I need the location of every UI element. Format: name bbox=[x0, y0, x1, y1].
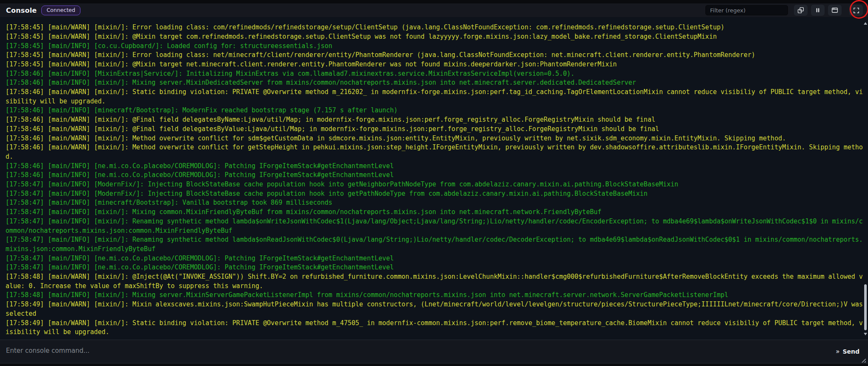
pause-icon bbox=[814, 7, 821, 14]
topbar: Console Connected bbox=[0, 3, 868, 17]
log-line: [17:58:46] [main/INFO] [mixin/]: Mixing … bbox=[6, 78, 863, 88]
log-line: [17:58:47] [main/INFO] [mixin/]: Renamin… bbox=[6, 235, 863, 254]
log-line: [17:58:47] [main/INFO] [ModernFix/]: Inj… bbox=[6, 180, 863, 189]
log-line: [17:58:45] [main/WARN] [mixin/]: @Mixin … bbox=[6, 32, 863, 42]
log-line: [17:58:45] [main/WARN] [mixin/]: @Mixin … bbox=[6, 60, 863, 69]
status-badge: Connected bbox=[41, 6, 80, 15]
log-line: [17:58:46] [main/INFO] [ne.mi.co.Co.plac… bbox=[6, 162, 863, 171]
log-line: [17:58:47] [main/INFO] [minecraft/Bootst… bbox=[6, 198, 863, 208]
log-line: [17:58:46] [main/INFO] [minecraft/Bootst… bbox=[6, 106, 863, 115]
fullscreen-button[interactable] bbox=[849, 5, 863, 16]
log-line: [17:58:46] [main/INFO] [ne.mi.co.Co.plac… bbox=[6, 171, 863, 180]
pause-scroll-button[interactable] bbox=[811, 5, 825, 16]
log-line: [17:58:48] [main/WARN] [mixin/]: @Inject… bbox=[6, 272, 863, 291]
log-line: [17:58:49] [main/WARN] [mixin/]: Static … bbox=[6, 319, 863, 337]
log-line: [17:58:46] [main/WARN] [mixin/]: @Final … bbox=[6, 115, 863, 125]
copy-logs-button[interactable] bbox=[794, 5, 808, 16]
scrollbar-thumb[interactable] bbox=[864, 284, 867, 330]
window-icon bbox=[831, 6, 839, 14]
log-line: [17:58:47] [main/INFO] [ModernFix/]: Inj… bbox=[6, 189, 863, 199]
page-title: Console bbox=[6, 6, 37, 14]
send-chevrons-icon: » bbox=[836, 349, 839, 355]
log-line: [17:58:47] [main/INFO] [mixin/]: Mixing … bbox=[6, 208, 863, 217]
log-line: [17:58:46] [main/WARN] [mixin/]: Method … bbox=[6, 143, 863, 161]
log-line: [17:58:46] [main/INFO] [MixinExtras|Serv… bbox=[6, 69, 863, 79]
log-line: [17:58:47] [main/INFO] [ne.mi.co.Co.plac… bbox=[6, 254, 863, 263]
command-bar: » Send bbox=[0, 340, 868, 363]
scrollbar-down-arrow-icon[interactable] bbox=[864, 333, 867, 335]
log-line: [17:58:48] [main/INFO] [mixin/]: Mixing … bbox=[6, 291, 863, 300]
command-input[interactable] bbox=[6, 347, 830, 356]
filter-input[interactable] bbox=[705, 5, 788, 15]
send-button[interactable]: » Send bbox=[836, 348, 859, 355]
topbar-actions bbox=[705, 5, 864, 16]
send-button-label: Send bbox=[842, 348, 859, 355]
console-log[interactable]: [17:58:45] [main/WARN] [mixin/]: Error l… bbox=[0, 17, 868, 340]
copy-icon bbox=[797, 6, 805, 14]
console-panel: Console Connected bbox=[0, 0, 868, 366]
log-line: [17:58:46] [main/WARN] [mixin/]: Static … bbox=[6, 88, 863, 106]
log-line: [17:58:45] [main/WARN] [mixin/]: Error l… bbox=[6, 51, 863, 60]
log-line: [17:58:46] [main/WARN] [mixin/]: Method … bbox=[6, 134, 863, 143]
panel-view-button[interactable] bbox=[828, 5, 842, 16]
log-line: [17:58:47] [main/INFO] [ne.mi.co.Co.plac… bbox=[6, 263, 863, 272]
log-line: [17:58:46] [main/WARN] [mixin/]: @Final … bbox=[6, 125, 863, 134]
fullscreen-icon bbox=[853, 7, 860, 14]
log-line: [17:58:45] [main/WARN] [mixin/]: Error l… bbox=[6, 23, 863, 32]
scrollbar-up-arrow-icon[interactable] bbox=[864, 22, 867, 25]
resize-grip-icon[interactable] bbox=[861, 357, 866, 363]
log-line: [17:58:45] [main/INFO] [co.cu.Cupboard/]… bbox=[6, 42, 863, 51]
log-line: [17:58:49] [main/WARN] [mixin/]: Mixin a… bbox=[6, 300, 863, 318]
log-line: [17:58:47] [main/INFO] [mixin/]: Renamin… bbox=[6, 217, 863, 235]
